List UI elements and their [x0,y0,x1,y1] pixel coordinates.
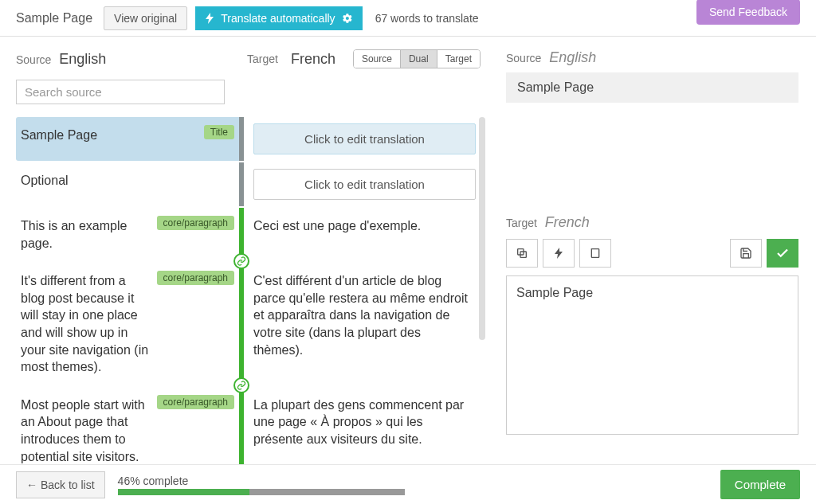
detail-source-text: Sample Page [506,72,798,103]
segment-target[interactable]: Ceci est une page d'exemple. [239,208,476,261]
top-bar: Sample Page View original Translate auto… [0,0,816,37]
segment-badge: core/paragraph [157,395,234,409]
toggle-source[interactable]: Source [354,50,401,68]
source-label: Source [16,53,51,66]
detail-target-header: Target French [506,214,798,231]
toggle-dual[interactable]: Dual [401,50,437,68]
source-value: English [59,51,106,67]
detail-source-header: Source English [506,49,798,66]
edit-translation-button[interactable]: Click to edit translation [253,169,476,200]
view-original-button[interactable]: View original [104,6,187,30]
target-editor[interactable]: Sample Page [506,275,798,435]
source-lang-block: Source English [16,51,239,68]
detail-target-label: Target [506,217,537,229]
toolbar-spacer [616,239,725,268]
language-row: Source English Target French Source Dual… [16,49,490,68]
link-icon[interactable] [233,377,249,393]
segment-target[interactable]: Click to edit translation [239,162,476,206]
segment-source-text: Sample Page [21,127,233,144]
glossary-button[interactable] [579,239,611,268]
segment-target[interactable]: Click to edit translation [239,117,476,161]
right-pane: Source English Sample Page Target French… [490,37,816,464]
segment-source[interactable]: Optional [16,162,239,206]
detail-source-lang: English [549,49,596,65]
copy-button[interactable] [506,239,538,268]
bolt-icon [205,13,214,24]
auto-translate-button[interactable] [543,239,575,268]
segment-badge: core/paragraph [157,271,234,285]
segment-source[interactable]: This is an example page.core/paragraph [16,208,239,261]
toggle-target[interactable]: Target [437,50,480,68]
segment-row[interactable]: OptionalClick to edit translation [16,162,490,206]
send-feedback-button[interactable]: Send Feedback [696,0,800,25]
detail-toolbar [506,239,798,268]
words-to-translate: 67 words to translate [375,12,479,25]
segment-badge: Title [204,125,234,139]
page-title: Sample Page [16,11,92,25]
main-area: Source English Target French Source Dual… [0,37,816,464]
segment-target-text: La plupart des gens commencent par une p… [253,397,468,448]
search-input[interactable] [16,80,225,104]
segment-source[interactable]: It's different from a blog post because … [16,263,239,385]
segment-target-text: Ceci est une page d'exemple. [253,217,468,235]
segment-target[interactable]: C'est différent d'un article de blog par… [239,263,476,385]
target-label: Target [247,53,278,65]
segment-row[interactable]: This is an example page.core/paragraphCe… [16,208,490,261]
gear-icon [342,13,353,24]
segment-source[interactable]: Sample PageTitle [16,117,239,161]
segment-target[interactable]: La plupart des gens commencent par une p… [239,387,476,464]
left-pane: Source English Target French Source Dual… [0,37,490,464]
target-value: French [291,51,335,68]
save-button[interactable] [730,239,762,268]
translate-auto-label: Translate automatically [221,12,335,25]
segment-source-text: Optional [21,172,233,189]
view-toggle: Source Dual Target [353,49,481,68]
segment-target-text: C'est différent d'un article de blog par… [253,272,468,358]
segment-row[interactable]: Sample PageTitleClick to edit translatio… [16,117,490,161]
segment-row[interactable]: Most people start with an About page tha… [16,387,490,464]
segment-badge: core/paragraph [157,216,234,230]
edit-translation-button[interactable]: Click to edit translation [253,123,476,154]
segment-source-text: It's different from a blog post because … [21,272,233,376]
detail-target-lang: French [545,214,590,230]
segment-source[interactable]: Most people start with an About page tha… [16,387,239,464]
target-lang-block: Target French Source Dual Target [247,49,490,68]
segments-list: Sample PageTitleClick to edit translatio… [16,117,490,464]
confirm-button[interactable] [767,239,798,268]
detail-source-label: Source [506,52,541,64]
translate-auto-button[interactable]: Translate automatically [195,6,362,30]
segment-row[interactable]: It's different from a blog post because … [16,263,490,385]
